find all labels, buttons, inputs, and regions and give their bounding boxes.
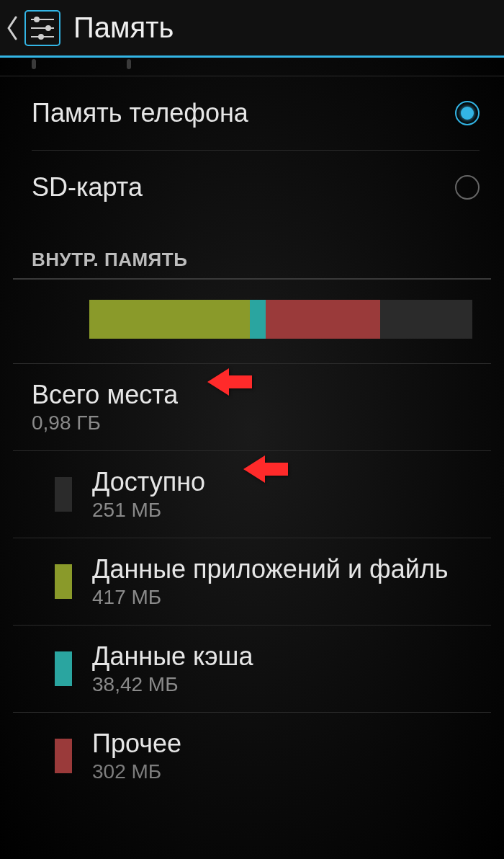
page-title: Память <box>73 12 174 44</box>
settings-sliders-icon <box>22 7 63 49</box>
radio-selected-dot-icon <box>461 107 474 120</box>
swatch-cache-icon <box>55 651 72 686</box>
swatch-available-icon <box>55 477 72 512</box>
svg-point-2 <box>34 17 40 22</box>
svg-point-6 <box>38 34 44 40</box>
row-other[interactable]: Прочее 302 МБ <box>0 713 504 799</box>
svg-marker-7 <box>207 368 252 396</box>
row-other-value: 302 МБ <box>92 760 181 783</box>
svg-marker-8 <box>243 455 288 483</box>
storage-bar <box>89 300 472 339</box>
storage-seg-other <box>266 300 381 339</box>
svg-point-4 <box>45 25 51 31</box>
row-apps-value: 417 МБ <box>92 586 449 609</box>
row-cache-title: Данные кэша <box>92 641 253 672</box>
row-available[interactable]: Доступно 251 МБ <box>0 451 504 538</box>
swatch-apps-icon <box>55 564 72 599</box>
storage-seg-cache <box>250 300 265 339</box>
radio-phone-label: Память телефона <box>32 98 248 128</box>
content: Память телефона SD-карта ВНУТР. ПАМЯТЬ В… <box>0 58 504 799</box>
back-button[interactable] <box>4 0 20 57</box>
storage-usage-bar <box>0 280 504 363</box>
chevron-left-icon <box>6 16 19 40</box>
swatch-other-icon <box>55 739 72 773</box>
radio-sd-control[interactable] <box>455 175 480 200</box>
row-cache-value: 38,42 МБ <box>92 673 253 696</box>
radio-sd-card[interactable]: SD-карта <box>0 151 504 224</box>
action-bar: Память <box>0 0 504 58</box>
annotation-arrow-icon <box>207 365 252 399</box>
row-total-value: 0,98 ГБ <box>32 411 178 435</box>
annotation-arrow-icon <box>243 453 288 486</box>
partial-row-top <box>0 58 504 76</box>
row-other-title: Прочее <box>92 729 181 759</box>
row-cache-data[interactable]: Данные кэша 38,42 МБ <box>0 626 504 712</box>
radio-phone-memory[interactable]: Память телефона <box>0 76 504 150</box>
radio-phone-control[interactable] <box>455 101 480 125</box>
row-available-value: 251 МБ <box>92 499 205 522</box>
row-apps-data[interactable]: Данные приложений и файль 417 МБ <box>0 538 504 625</box>
storage-seg-apps <box>89 300 250 339</box>
row-available-title: Доступно <box>92 467 205 497</box>
row-apps-title: Данные приложений и файль <box>92 554 449 584</box>
storage-seg-free <box>380 300 472 339</box>
row-total-space[interactable]: Всего места 0,98 ГБ <box>0 364 504 450</box>
row-total-title: Всего места <box>32 380 178 410</box>
section-header-internal: ВНУТР. ПАМЯТЬ <box>0 224 504 278</box>
radio-sd-label: SD-карта <box>32 172 143 202</box>
